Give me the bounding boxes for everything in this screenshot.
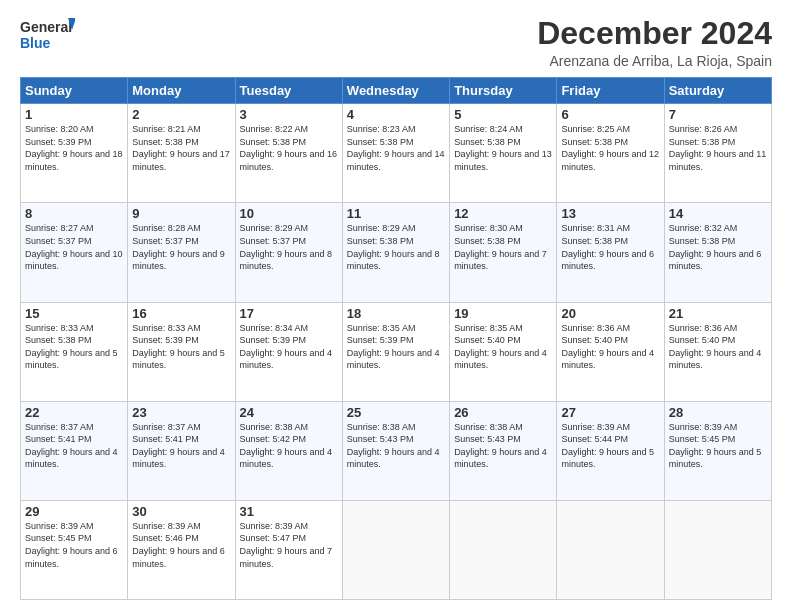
day-info: Sunrise: 8:26 AMSunset: 5:38 PMDaylight:… <box>669 124 767 172</box>
day-number: 4 <box>347 107 445 122</box>
day-info: Sunrise: 8:38 AMSunset: 5:43 PMDaylight:… <box>454 422 547 470</box>
calendar-cell: 15 Sunrise: 8:33 AMSunset: 5:38 PMDaylig… <box>21 302 128 401</box>
day-number: 30 <box>132 504 230 519</box>
calendar-cell: 23 Sunrise: 8:37 AMSunset: 5:41 PMDaylig… <box>128 401 235 500</box>
day-number: 20 <box>561 306 659 321</box>
day-number: 26 <box>454 405 552 420</box>
day-info: Sunrise: 8:29 AMSunset: 5:37 PMDaylight:… <box>240 223 333 271</box>
day-info: Sunrise: 8:39 AMSunset: 5:46 PMDaylight:… <box>132 521 225 569</box>
day-info: Sunrise: 8:35 AMSunset: 5:40 PMDaylight:… <box>454 323 547 371</box>
calendar-cell: 14 Sunrise: 8:32 AMSunset: 5:38 PMDaylig… <box>664 203 771 302</box>
day-info: Sunrise: 8:22 AMSunset: 5:38 PMDaylight:… <box>240 124 338 172</box>
col-tuesday: Tuesday <box>235 78 342 104</box>
calendar-cell: 3 Sunrise: 8:22 AMSunset: 5:38 PMDayligh… <box>235 104 342 203</box>
day-number: 1 <box>25 107 123 122</box>
day-info: Sunrise: 8:25 AMSunset: 5:38 PMDaylight:… <box>561 124 659 172</box>
day-number: 16 <box>132 306 230 321</box>
svg-text:Blue: Blue <box>20 35 51 51</box>
logo-svg: General Blue <box>20 16 75 56</box>
calendar-cell: 16 Sunrise: 8:33 AMSunset: 5:39 PMDaylig… <box>128 302 235 401</box>
calendar-cell: 18 Sunrise: 8:35 AMSunset: 5:39 PMDaylig… <box>342 302 449 401</box>
calendar-cell: 10 Sunrise: 8:29 AMSunset: 5:37 PMDaylig… <box>235 203 342 302</box>
calendar-cell: 13 Sunrise: 8:31 AMSunset: 5:38 PMDaylig… <box>557 203 664 302</box>
calendar-cell: 11 Sunrise: 8:29 AMSunset: 5:38 PMDaylig… <box>342 203 449 302</box>
calendar-cell: 8 Sunrise: 8:27 AMSunset: 5:37 PMDayligh… <box>21 203 128 302</box>
day-number: 2 <box>132 107 230 122</box>
col-thursday: Thursday <box>450 78 557 104</box>
day-info: Sunrise: 8:36 AMSunset: 5:40 PMDaylight:… <box>669 323 762 371</box>
day-info: Sunrise: 8:33 AMSunset: 5:38 PMDaylight:… <box>25 323 118 371</box>
calendar-cell: 4 Sunrise: 8:23 AMSunset: 5:38 PMDayligh… <box>342 104 449 203</box>
day-info: Sunrise: 8:35 AMSunset: 5:39 PMDaylight:… <box>347 323 440 371</box>
day-info: Sunrise: 8:38 AMSunset: 5:42 PMDaylight:… <box>240 422 333 470</box>
day-number: 18 <box>347 306 445 321</box>
calendar-cell: 31 Sunrise: 8:39 AMSunset: 5:47 PMDaylig… <box>235 500 342 599</box>
day-info: Sunrise: 8:39 AMSunset: 5:47 PMDaylight:… <box>240 521 333 569</box>
day-number: 14 <box>669 206 767 221</box>
day-info: Sunrise: 8:37 AMSunset: 5:41 PMDaylight:… <box>25 422 118 470</box>
day-number: 15 <box>25 306 123 321</box>
day-info: Sunrise: 8:39 AMSunset: 5:44 PMDaylight:… <box>561 422 654 470</box>
day-number: 23 <box>132 405 230 420</box>
calendar-week-3: 15 Sunrise: 8:33 AMSunset: 5:38 PMDaylig… <box>21 302 772 401</box>
col-monday: Monday <box>128 78 235 104</box>
day-number: 22 <box>25 405 123 420</box>
day-number: 8 <box>25 206 123 221</box>
calendar-cell <box>342 500 449 599</box>
calendar-cell: 24 Sunrise: 8:38 AMSunset: 5:42 PMDaylig… <box>235 401 342 500</box>
day-number: 19 <box>454 306 552 321</box>
calendar-cell: 21 Sunrise: 8:36 AMSunset: 5:40 PMDaylig… <box>664 302 771 401</box>
svg-text:General: General <box>20 19 72 35</box>
day-number: 13 <box>561 206 659 221</box>
calendar-cell: 1 Sunrise: 8:20 AMSunset: 5:39 PMDayligh… <box>21 104 128 203</box>
day-number: 21 <box>669 306 767 321</box>
calendar-cell <box>450 500 557 599</box>
day-info: Sunrise: 8:32 AMSunset: 5:38 PMDaylight:… <box>669 223 762 271</box>
calendar-table: Sunday Monday Tuesday Wednesday Thursday… <box>20 77 772 600</box>
col-wednesday: Wednesday <box>342 78 449 104</box>
day-info: Sunrise: 8:20 AMSunset: 5:39 PMDaylight:… <box>25 124 123 172</box>
month-title: December 2024 <box>537 16 772 51</box>
calendar-cell: 12 Sunrise: 8:30 AMSunset: 5:38 PMDaylig… <box>450 203 557 302</box>
calendar-cell: 7 Sunrise: 8:26 AMSunset: 5:38 PMDayligh… <box>664 104 771 203</box>
calendar-week-4: 22 Sunrise: 8:37 AMSunset: 5:41 PMDaylig… <box>21 401 772 500</box>
day-number: 17 <box>240 306 338 321</box>
title-block: December 2024 Arenzana de Arriba, La Rio… <box>537 16 772 69</box>
day-info: Sunrise: 8:24 AMSunset: 5:38 PMDaylight:… <box>454 124 552 172</box>
day-number: 24 <box>240 405 338 420</box>
day-number: 5 <box>454 107 552 122</box>
col-saturday: Saturday <box>664 78 771 104</box>
day-number: 28 <box>669 405 767 420</box>
day-info: Sunrise: 8:30 AMSunset: 5:38 PMDaylight:… <box>454 223 547 271</box>
day-number: 31 <box>240 504 338 519</box>
day-number: 11 <box>347 206 445 221</box>
day-info: Sunrise: 8:39 AMSunset: 5:45 PMDaylight:… <box>25 521 118 569</box>
col-sunday: Sunday <box>21 78 128 104</box>
calendar-cell: 25 Sunrise: 8:38 AMSunset: 5:43 PMDaylig… <box>342 401 449 500</box>
location: Arenzana de Arriba, La Rioja, Spain <box>537 53 772 69</box>
calendar-cell: 17 Sunrise: 8:34 AMSunset: 5:39 PMDaylig… <box>235 302 342 401</box>
day-info: Sunrise: 8:38 AMSunset: 5:43 PMDaylight:… <box>347 422 440 470</box>
calendar-week-5: 29 Sunrise: 8:39 AMSunset: 5:45 PMDaylig… <box>21 500 772 599</box>
calendar-cell: 26 Sunrise: 8:38 AMSunset: 5:43 PMDaylig… <box>450 401 557 500</box>
calendar-cell: 30 Sunrise: 8:39 AMSunset: 5:46 PMDaylig… <box>128 500 235 599</box>
calendar-cell: 28 Sunrise: 8:39 AMSunset: 5:45 PMDaylig… <box>664 401 771 500</box>
calendar-cell: 20 Sunrise: 8:36 AMSunset: 5:40 PMDaylig… <box>557 302 664 401</box>
calendar-cell <box>557 500 664 599</box>
logo: General Blue <box>20 16 75 56</box>
day-number: 6 <box>561 107 659 122</box>
day-info: Sunrise: 8:34 AMSunset: 5:39 PMDaylight:… <box>240 323 333 371</box>
day-info: Sunrise: 8:23 AMSunset: 5:38 PMDaylight:… <box>347 124 445 172</box>
calendar-cell <box>664 500 771 599</box>
day-info: Sunrise: 8:29 AMSunset: 5:38 PMDaylight:… <box>347 223 440 271</box>
calendar-cell: 22 Sunrise: 8:37 AMSunset: 5:41 PMDaylig… <box>21 401 128 500</box>
day-info: Sunrise: 8:21 AMSunset: 5:38 PMDaylight:… <box>132 124 230 172</box>
day-number: 27 <box>561 405 659 420</box>
day-info: Sunrise: 8:37 AMSunset: 5:41 PMDaylight:… <box>132 422 225 470</box>
day-number: 3 <box>240 107 338 122</box>
day-number: 10 <box>240 206 338 221</box>
calendar-cell: 29 Sunrise: 8:39 AMSunset: 5:45 PMDaylig… <box>21 500 128 599</box>
day-number: 25 <box>347 405 445 420</box>
day-info: Sunrise: 8:33 AMSunset: 5:39 PMDaylight:… <box>132 323 225 371</box>
calendar-week-2: 8 Sunrise: 8:27 AMSunset: 5:37 PMDayligh… <box>21 203 772 302</box>
